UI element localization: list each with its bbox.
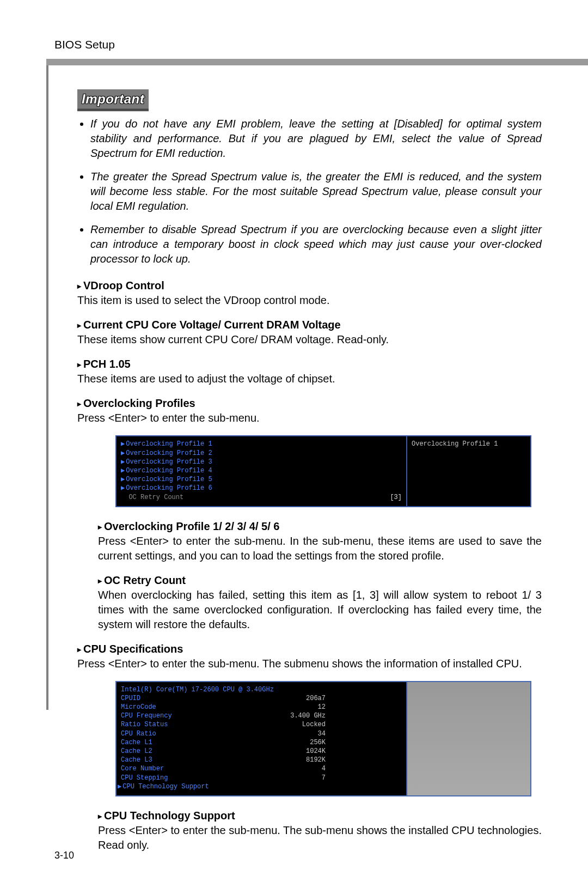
setting-desc: Press <Enter> to enter the sub-menu. In … [98,534,542,563]
bios-item: Overclocking Profile 3 [126,458,212,466]
bios-item: Overclocking Profile 2 [126,449,212,458]
arrow-icon: ▶ [118,782,121,791]
page-number: 3-10 [54,850,74,861]
bios-spec-value: 34 [318,729,402,738]
setting-cpu-technology-support: CPU Technology Support Press <Enter> to … [98,808,542,853]
page-section-title: BIOS Setup [54,38,542,51]
bios-item: Overclocking Profile 5 [126,475,212,484]
main-content: Important If you do not have any EMI pro… [77,89,542,853]
setting-desc: This item is used to select the VDroop c… [77,293,542,308]
header-divider [46,59,588,65]
important-badge: Important [77,89,149,111]
important-notes-list: If you do not have any EMI problem, leav… [77,117,542,266]
bios-spec-value: 1024K [306,747,402,756]
bios-item-label: OC Retry Count [121,493,183,502]
bios-spec-label: CPU Frequency [121,711,172,720]
arrow-icon: ▶ [121,440,125,448]
setting-title: VDroop Control [77,278,542,293]
setting-desc: Press <Enter> to enter the sub-menu. [77,411,542,425]
arrow-icon: ▶ [121,449,125,458]
setting-title: CPU Specifications [77,642,542,656]
bios-side-text: Overclocking Profile 1 [412,440,526,448]
bios-spec-value: 4 [322,764,402,773]
setting-overclocking-profiles: Overclocking Profiles Press <Enter> to e… [77,396,542,425]
left-margin-rule [46,65,48,710]
bios-spec-label: CPU Stepping [121,774,168,782]
setting-vdroop: VDroop Control This item is used to sele… [77,278,542,308]
bios-spec-value: 7 [322,774,402,782]
bios-spec-label: Ratio Status [121,720,168,729]
bios-item: Overclocking Profile 6 [126,484,212,492]
bios-spec-label: Cache L3 [121,756,152,764]
setting-title: Overclocking Profiles [77,396,542,411]
setting-title: OC Retry Count [98,573,542,588]
setting-pch: PCH 1.05 These items are used to adjust … [77,357,542,386]
setting-desc: Press <Enter> to enter the sub-menu. The… [77,656,542,671]
setting-desc: These items are used to adjust the volta… [77,372,542,386]
bios-spec-label: Cache L1 [121,738,152,747]
bios-item-value: [3] [346,493,402,502]
important-note: The greater the Spread Spectrum value is… [90,169,542,214]
bios-right-panel [407,682,530,795]
bios-spec-value: 206a7 [306,694,402,703]
bios-spec-value: Locked [302,720,402,729]
bios-spec-label: CPU Ratio [121,729,156,738]
arrow-icon: ▶ [121,466,125,475]
bios-spec-label: CPUID [121,694,140,703]
arrow-icon: ▶ [121,484,125,492]
bios-spec-value: 256K [310,738,402,747]
bios-spec-label: Cache L2 [121,747,152,756]
arrow-icon: ▶ [121,458,125,466]
bios-screenshot-oc-profiles: ▶Overclocking Profile 1 ▶Overclocking Pr… [115,435,531,507]
setting-title: PCH 1.05 [77,357,542,372]
bios-left-panel: ▶Overclocking Profile 1 ▶Overclocking Pr… [117,436,407,506]
bios-spec-value: 8192K [306,756,402,764]
setting-title: Current CPU Core Voltage/ Current DRAM V… [77,318,542,332]
document-page: BIOS Setup Important If you do not have … [0,0,588,882]
setting-desc: When overclocking has failed, setting th… [98,588,542,632]
setting-desc: These items show current CPU Core/ DRAM … [77,332,542,347]
bios-cpu-header: Intel(R) Core(TM) i7-2600 CPU @ 3.40GHz [121,685,274,694]
bios-screenshot-cpu-spec: Intel(R) Core(TM) i7-2600 CPU @ 3.40GHz … [115,681,531,796]
setting-desc: Press <Enter> to enter the sub-menu. The… [98,823,542,853]
setting-voltage: Current CPU Core Voltage/ Current DRAM V… [77,318,542,347]
bios-spec-label: MicroCode [121,703,156,711]
bios-spec-value: 12 [318,703,402,711]
bios-spec-label: Core Number [121,764,164,773]
setting-title: CPU Technology Support [98,808,542,823]
setting-title: Overclocking Profile 1/ 2/ 3/ 4/ 5/ 6 [98,519,542,534]
bios-item: Overclocking Profile 1 [126,440,212,448]
bios-item: CPU Technology Support [122,782,209,791]
setting-overclocking-profile-n: Overclocking Profile 1/ 2/ 3/ 4/ 5/ 6 Pr… [98,519,542,563]
important-note: If you do not have any EMI problem, leav… [90,117,542,161]
bios-left-panel: Intel(R) Core(TM) i7-2600 CPU @ 3.40GHz … [117,682,407,795]
bios-item: Overclocking Profile 4 [126,466,212,475]
setting-oc-retry-count: OC Retry Count When overclocking has fai… [98,573,542,632]
arrow-icon: ▶ [121,475,125,484]
bios-right-panel: Overclocking Profile 1 [407,436,530,506]
important-note: Remember to disable Spread Spectrum if y… [90,222,542,266]
setting-cpu-specifications: CPU Specifications Press <Enter> to ente… [77,642,542,671]
bios-spec-value: 3.400 GHz [290,711,402,720]
